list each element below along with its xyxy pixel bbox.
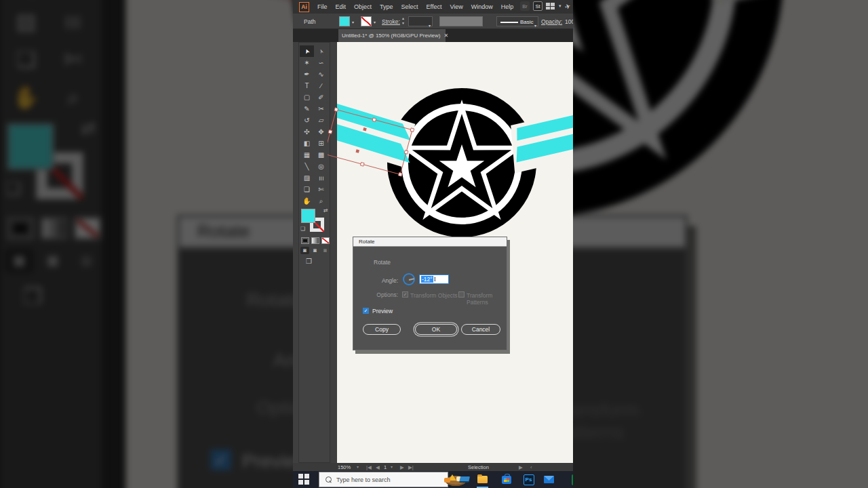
artboard-tool[interactable]: ❏ bbox=[300, 184, 314, 195]
color-button[interactable] bbox=[301, 237, 309, 244]
share-icon[interactable]: ✈ bbox=[564, 1, 571, 10]
transform-patterns-checkbox bbox=[458, 291, 465, 298]
ok-button[interactable]: OK bbox=[415, 324, 457, 335]
text-cursor-icon: I bbox=[434, 276, 436, 283]
menu-effect[interactable]: Effect bbox=[422, 3, 446, 10]
bg-artboard-tool-icon: ❏ bbox=[16, 47, 37, 72]
direct-selection-tool[interactable]: ➢ bbox=[314, 45, 328, 57]
stroke-weight-dropdown[interactable]: ▾ bbox=[408, 16, 433, 26]
rotate-tool-icon: ↺ bbox=[304, 117, 309, 124]
chevron-down-icon[interactable]: ▾ bbox=[559, 3, 561, 9]
draw-normal-button[interactable]: ◙ bbox=[300, 247, 309, 254]
menu-window[interactable]: Window bbox=[467, 3, 497, 10]
next-page-icon[interactable]: ▶ bbox=[400, 464, 404, 470]
mesh-tool[interactable]: ▦ bbox=[300, 149, 314, 161]
pen-tool[interactable]: ✒ bbox=[300, 68, 314, 80]
gradient-tool[interactable]: ▩ bbox=[314, 149, 328, 161]
menu-help[interactable]: Help bbox=[497, 3, 518, 10]
fill-chevron-icon[interactable]: ▾ bbox=[352, 20, 354, 24]
selection-handle[interactable] bbox=[410, 128, 414, 132]
taskbar-icon-photoshop[interactable]: Ps bbox=[522, 473, 535, 486]
adobe-stock-icon[interactable]: St bbox=[533, 1, 542, 11]
lasso-tool[interactable]: ∽ bbox=[314, 57, 328, 68]
scale-tool[interactable]: ▱ bbox=[314, 115, 328, 126]
perspective-grid-tool[interactable]: ⊞ bbox=[314, 138, 328, 149]
status-expand-icon[interactable]: ▶ bbox=[519, 464, 523, 470]
gradient-button[interactable] bbox=[311, 237, 319, 244]
start-button[interactable] bbox=[298, 474, 310, 485]
menu-select[interactable]: Select bbox=[397, 3, 422, 10]
document-tab[interactable]: Untitled-1* @ 150% (RGB/GPU Preview) ✕ bbox=[338, 29, 446, 42]
taskbar-icon-microsoft-store[interactable] bbox=[500, 473, 513, 486]
zoom-level[interactable]: 150% bbox=[338, 464, 351, 470]
menu-edit[interactable]: Edit bbox=[332, 3, 351, 10]
stroke-weight-stepper[interactable]: ▲▼ bbox=[400, 16, 406, 26]
fill-swatch-cyan[interactable] bbox=[301, 209, 315, 223]
search-input[interactable]: Type here to search bbox=[319, 472, 448, 487]
symbol-sprayer-tool[interactable]: ▨ bbox=[300, 172, 314, 184]
tab-close-icon[interactable]: ✕ bbox=[444, 33, 449, 39]
menu-type[interactable]: Type bbox=[376, 3, 397, 10]
opacity-value[interactable]: 100% bbox=[565, 18, 573, 25]
first-page-icon[interactable]: |◀ bbox=[366, 464, 372, 470]
blend-tool[interactable]: ◎ bbox=[314, 161, 328, 172]
menu-view[interactable]: View bbox=[446, 3, 467, 10]
last-page-icon[interactable]: ▶| bbox=[408, 464, 414, 470]
angle-dial-icon[interactable] bbox=[403, 273, 415, 285]
bg-artboard-tool: ❏ bbox=[3, 41, 50, 79]
shape-builder-tool[interactable]: ◧ bbox=[300, 138, 314, 149]
brush-definition-dropdown[interactable] bbox=[439, 16, 483, 26]
zoom-tool[interactable]: ⌕ bbox=[314, 195, 328, 207]
stroke-style-dropdown[interactable]: Basic ▾ bbox=[496, 16, 538, 26]
selection-handle[interactable] bbox=[398, 173, 402, 177]
menu-object[interactable]: Object bbox=[350, 3, 376, 10]
paintbrush-tool[interactable]: ✐ bbox=[314, 92, 328, 103]
eyedropper-tool[interactable]: ╲ bbox=[300, 161, 314, 172]
magic-wand-tool[interactable]: ✶ bbox=[300, 57, 314, 68]
default-fill-stroke-icon[interactable]: ❏ bbox=[300, 226, 305, 232]
slice-tool[interactable]: ✄ bbox=[314, 184, 328, 195]
opacity-label[interactable]: Opacity: bbox=[541, 18, 562, 25]
shaper-tool[interactable]: ✎ bbox=[300, 103, 314, 115]
status-collapse-icon[interactable]: ‹ bbox=[530, 464, 532, 470]
stroke-weight-label[interactable]: Stroke: bbox=[382, 18, 400, 25]
taskbar-icon-file-explorer[interactable] bbox=[476, 473, 489, 486]
workspace-switcher-icon[interactable] bbox=[546, 3, 555, 9]
selection-handle[interactable] bbox=[360, 163, 364, 167]
preview-checkbox[interactable]: ✓ bbox=[363, 308, 369, 314]
angle-input[interactable]: -12° I bbox=[419, 274, 449, 284]
prev-page-icon[interactable]: ◀ bbox=[376, 464, 380, 470]
taskbar-icon-excel[interactable]: X bbox=[570, 473, 573, 486]
free-transform-tool[interactable]: ✥ bbox=[314, 126, 328, 138]
selection-handle[interactable] bbox=[328, 130, 332, 134]
taskbar-icon-mail[interactable] bbox=[542, 473, 555, 486]
stroke-chevron-icon[interactable]: ▾ bbox=[374, 20, 376, 24]
taskbar-icon-pc[interactable] bbox=[458, 473, 471, 486]
rotate-tool[interactable]: ↺ bbox=[300, 115, 314, 126]
curvature-tool[interactable]: ∿ bbox=[314, 68, 328, 80]
fill-color-swatch[interactable] bbox=[339, 16, 350, 26]
copy-button[interactable]: Copy bbox=[363, 324, 401, 335]
draw-behind-button[interactable]: ◙ bbox=[311, 247, 319, 254]
zoom-chevron-icon[interactable]: ▾ bbox=[357, 464, 359, 469]
selection-handle[interactable] bbox=[372, 118, 376, 122]
rectangle-tool[interactable]: ▢ bbox=[300, 92, 314, 103]
selection-handle[interactable] bbox=[334, 108, 338, 112]
cancel-button[interactable]: Cancel bbox=[461, 324, 500, 335]
scissors-tool[interactable]: ✂ bbox=[314, 103, 328, 115]
width-tool[interactable]: ✣ bbox=[300, 126, 314, 138]
screen-mode-icon[interactable]: ❐ bbox=[306, 258, 312, 265]
hand-tool[interactable]: ✋ bbox=[300, 195, 314, 207]
stroke-color-swatch[interactable] bbox=[361, 16, 372, 26]
type-tool[interactable]: T bbox=[300, 80, 314, 92]
page-number[interactable]: 1 bbox=[384, 464, 387, 470]
bg-dialog-title: Rotate bbox=[197, 222, 250, 242]
selection-tool[interactable]: ➤ bbox=[300, 45, 314, 57]
selection-handle[interactable] bbox=[404, 150, 408, 155]
column-graph-tool[interactable]: ☰ bbox=[314, 172, 328, 184]
menu-file[interactable]: File bbox=[313, 3, 332, 10]
bridge-icon[interactable]: Br bbox=[520, 1, 530, 11]
page-chevron-icon[interactable]: ▾ bbox=[391, 464, 393, 469]
dialog-title-bar[interactable]: Rotate bbox=[353, 237, 507, 247]
line-segment-tool[interactable]: ∕ bbox=[314, 80, 328, 92]
